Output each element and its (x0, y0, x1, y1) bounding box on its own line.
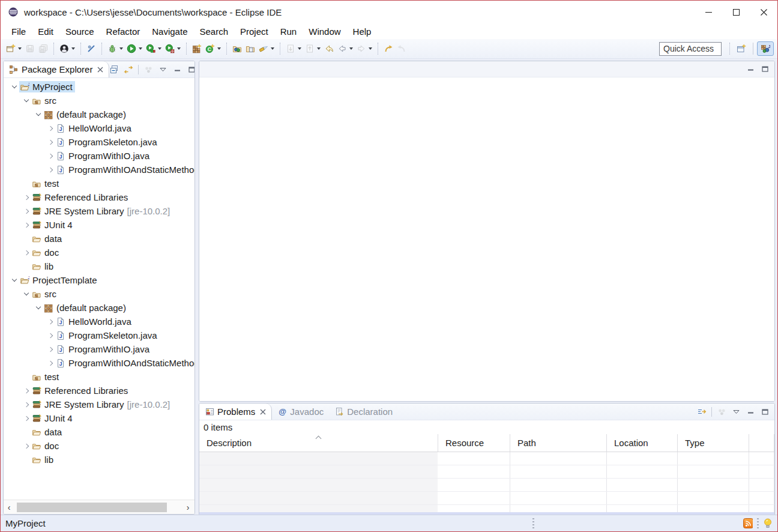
chevron-right-icon[interactable] (46, 141, 55, 144)
column-header-location[interactable]: Location (607, 434, 678, 452)
view-menu-icon[interactable] (731, 407, 741, 417)
maximize-view-icon[interactable] (187, 65, 195, 74)
user-account-button[interactable] (58, 41, 77, 56)
chevron-down-icon[interactable] (10, 86, 19, 88)
java-perspective-button[interactable]: J (757, 41, 774, 56)
menu-item-navigate[interactable]: Navigate (146, 25, 193, 38)
chevron-right-icon[interactable] (46, 127, 55, 130)
menu-item-refactor[interactable]: Refactor (100, 25, 146, 38)
dropdown-arrow-icon[interactable] (271, 47, 274, 50)
menu-item-source[interactable]: Source (59, 25, 100, 38)
tree-item-data[interactable]: data (4, 232, 194, 246)
chevron-right-icon[interactable] (46, 154, 55, 158)
column-header-type[interactable]: Type (678, 434, 749, 452)
skip-breakpoints-button[interactable] (85, 41, 98, 56)
chevron-right-icon[interactable] (22, 223, 31, 227)
profile-button[interactable] (163, 41, 182, 56)
dropdown-arrow-icon[interactable] (119, 47, 123, 50)
debug-button[interactable] (106, 41, 125, 56)
tree-item-junit-4[interactable]: JUnit 4 (4, 218, 194, 232)
chevron-down-icon[interactable] (34, 307, 43, 309)
minimize-view-icon[interactable] (172, 65, 182, 74)
dropdown-arrow-icon[interactable] (317, 47, 321, 50)
menu-item-file[interactable]: File (5, 25, 32, 38)
tree-item-programwithioandstaticmethod[interactable]: JProgramWithIOAndStaticMethod (4, 356, 194, 370)
window-minimize-icon[interactable] (695, 1, 722, 23)
tips-icon[interactable] (763, 519, 773, 528)
collapse-all-icon[interactable] (109, 65, 119, 74)
tree-item-jre-system-library[interactable]: JRE System Library [jre-10.0.2] (4, 204, 194, 218)
dropdown-arrow-icon[interactable] (217, 47, 221, 50)
dropdown-arrow-icon[interactable] (71, 47, 75, 50)
view-menu-icon[interactable] (158, 65, 167, 74)
chevron-right-icon[interactable] (22, 389, 31, 393)
tree-item-helloworld-java[interactable]: JHelloWorld.java (4, 121, 194, 135)
link-with-editor-icon[interactable] (124, 65, 133, 74)
tree-item-data[interactable]: data (4, 425, 194, 439)
tab-declaration[interactable]: Declaration (329, 404, 398, 420)
close-icon[interactable] (97, 67, 103, 73)
chevron-down-icon[interactable] (22, 293, 31, 295)
tree-item-programskeleton-java[interactable]: JProgramSkeleton.java (4, 328, 194, 342)
menu-item-help[interactable]: Help (347, 25, 378, 38)
menu-item-run[interactable]: Run (274, 25, 303, 38)
chevron-right-icon[interactable] (22, 251, 31, 255)
open-task-button[interactable] (231, 41, 244, 56)
tree-item-src[interactable]: src (4, 94, 194, 107)
statusbar-grip[interactable] (757, 518, 759, 528)
run-button[interactable] (125, 41, 144, 56)
dropdown-arrow-icon[interactable] (349, 47, 353, 50)
tree-item-lib[interactable]: lib (4, 453, 194, 467)
scroll-left-icon[interactable]: ‹ (4, 503, 14, 512)
chevron-right-icon[interactable] (22, 444, 31, 448)
maximize-view-icon[interactable] (760, 64, 770, 74)
new-java-project-button[interactable] (190, 41, 204, 56)
tree-item-jre-system-library[interactable]: JRE System Library [jre-10.0.2] (4, 397, 194, 411)
chevron-down-icon[interactable] (34, 113, 43, 115)
window-maximize-icon[interactable] (722, 1, 750, 23)
tree-item-projecttemplate[interactable]: JProjectTemplate (4, 273, 194, 287)
chevron-right-icon[interactable] (22, 417, 31, 420)
chevron-down-icon[interactable] (22, 100, 31, 101)
dropdown-arrow-icon[interactable] (139, 47, 142, 50)
filters-icon[interactable] (697, 407, 707, 417)
chevron-right-icon[interactable] (22, 403, 31, 407)
chevron-right-icon[interactable] (22, 210, 31, 213)
window-close-icon[interactable] (750, 1, 777, 23)
tree-item-programwithio-java[interactable]: JProgramWithIO.java (4, 149, 194, 163)
undo-arrow-button[interactable] (382, 41, 395, 56)
tree-item-src[interactable]: src (4, 287, 194, 301)
menu-item-search[interactable]: Search (193, 25, 234, 38)
search-button[interactable] (257, 41, 276, 56)
tree-item-junit-4[interactable]: JUnit 4 (4, 411, 194, 425)
dropdown-arrow-icon[interactable] (158, 47, 161, 50)
tab-problems[interactable]: Problems (199, 404, 272, 420)
new-class-button[interactable]: C (204, 41, 223, 56)
tree-item-referenced-libraries[interactable]: Referenced Libraries (4, 384, 194, 397)
chevron-down-icon[interactable] (10, 279, 19, 281)
last-edit-location-button[interactable] (322, 41, 336, 56)
tree-item-referenced-libraries[interactable]: Referenced Libraries (4, 190, 194, 204)
tree-item-programwithio-java[interactable]: JProgramWithIO.java (4, 342, 194, 356)
coverage-button[interactable] (144, 41, 163, 56)
statusbar-grip[interactable] (532, 518, 534, 528)
chevron-right-icon[interactable] (46, 361, 55, 365)
tree-item-default-package[interactable]: (default package) (4, 107, 194, 121)
chevron-right-icon[interactable] (46, 348, 55, 351)
tree-item-myproject[interactable]: JMyProject (4, 80, 194, 94)
scrollbar-thumb[interactable] (17, 503, 167, 512)
dropdown-arrow-icon[interactable] (298, 47, 301, 50)
maximize-view-icon[interactable] (760, 407, 770, 417)
chevron-right-icon[interactable] (46, 334, 55, 337)
new-wizard-button[interactable] (4, 41, 23, 56)
tree-item-doc[interactable]: doc (4, 439, 194, 453)
tree-item-test[interactable]: test (4, 177, 194, 190)
tree-item-test[interactable]: test (4, 370, 194, 384)
column-header-resource[interactable]: Resource (438, 434, 510, 452)
menu-item-window[interactable]: Window (303, 25, 346, 38)
chevron-right-icon[interactable] (22, 196, 31, 199)
chevron-right-icon[interactable] (46, 320, 55, 324)
scroll-right-icon[interactable]: › (182, 503, 193, 512)
tree-item-doc[interactable]: doc (4, 246, 194, 259)
close-icon[interactable] (260, 409, 266, 415)
